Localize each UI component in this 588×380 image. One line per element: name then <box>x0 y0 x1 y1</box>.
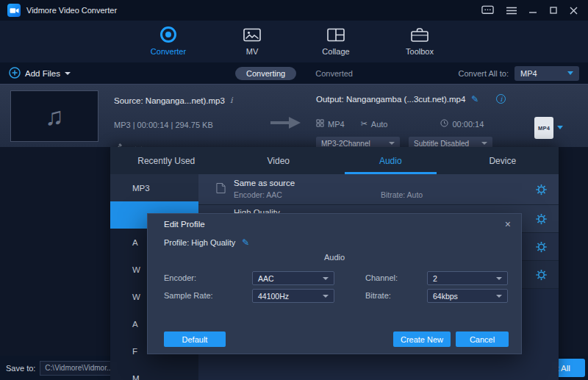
tab-audio[interactable]: Audio <box>334 147 447 174</box>
dialog-title: Edit Profile <box>164 220 205 229</box>
chevron-down-icon <box>323 277 329 280</box>
profile-panel-tabs: Recently Used Video Audio Device <box>110 147 559 174</box>
save-path-input[interactable]: C:\Vidmore\Vidmor... <box>40 361 116 376</box>
target-format-icon[interactable]: MP4 <box>534 117 553 139</box>
tab-video[interactable]: Video <box>223 147 335 174</box>
tab-collage[interactable]: Collage <box>312 26 360 62</box>
gear-icon[interactable] <box>536 241 547 252</box>
chevron-down-icon <box>496 295 502 298</box>
maximize-icon[interactable] <box>550 7 557 14</box>
save-to-label: Save to: <box>6 364 35 373</box>
gear-icon[interactable] <box>536 269 547 280</box>
tab-recently-used[interactable]: Recently Used <box>110 147 223 174</box>
titlebar-controls <box>481 5 581 16</box>
converting-tab[interactable]: Converting <box>235 67 296 80</box>
file-thumbnail: ♫ <box>10 90 98 142</box>
add-files-label: Add Files <box>25 69 60 78</box>
chevron-down-icon <box>496 277 502 280</box>
tab-mv-label: MV <box>246 47 259 56</box>
subtitle-value: Subtitle Disabled <box>414 140 469 148</box>
sample-rate-label: Sample Rate: <box>164 291 213 300</box>
collage-icon <box>327 26 345 43</box>
tab-device[interactable]: Device <box>447 147 559 174</box>
output-format: MP4 <box>328 120 345 129</box>
profile-encoder: Encoder: AAC <box>234 190 282 199</box>
toolbox-icon <box>411 26 429 43</box>
channel-value: 2 <box>433 274 437 283</box>
source-info-icon[interactable]: i <box>230 96 233 105</box>
chevron-down-icon <box>389 142 395 145</box>
tab-mv[interactable]: MV <box>228 26 276 62</box>
source-to-output-arrow-icon <box>269 115 303 133</box>
file-row: ♫ Source: Nanganga...net).mp3 i MP3 | 00… <box>0 84 588 147</box>
toolbar: Add Files Converting Converted Convert A… <box>0 62 588 84</box>
gear-icon[interactable] <box>536 184 547 195</box>
audio-track-value: MP3-2Channel <box>321 140 370 148</box>
sidebar-item[interactable]: M <box>110 365 198 380</box>
source-filename: Source: Nanganga...net).mp3 <box>114 96 225 105</box>
feedback-icon[interactable] <box>481 5 494 16</box>
close-icon[interactable] <box>570 7 578 15</box>
chevron-down-icon <box>567 71 573 75</box>
source-meta: MP3 | 00:00:14 | 294.75 KB <box>114 121 213 129</box>
profile-title: Same as source <box>234 179 295 187</box>
output-meta: MP4 ✂ Auto 00:00:14 <box>316 119 484 129</box>
edit-profile-name-icon[interactable]: ✎ <box>242 238 249 247</box>
tab-toolbox-label: Toolbox <box>406 47 434 56</box>
sample-rate-value: 44100Hz <box>258 292 289 301</box>
convert-all-format-select[interactable]: MP4 <box>514 66 579 81</box>
edit-profile-dialog: Edit Profile × Profile: High Quality ✎ A… <box>147 213 522 354</box>
bitrate-label: Bitrate: <box>365 291 391 300</box>
target-format-label: MP4 <box>538 125 550 132</box>
cancel-button[interactable]: Cancel <box>456 331 509 347</box>
output-trim: Auto <box>371 120 388 129</box>
queue-tabs: Converting Converted <box>235 67 353 80</box>
chevron-down-icon <box>481 142 487 145</box>
default-button[interactable]: Default <box>164 331 226 347</box>
titlebar: Vidmore Video Converter <box>0 0 588 21</box>
plus-circle-icon <box>9 67 21 80</box>
bitrate-select[interactable]: 64kbps <box>427 289 508 303</box>
tab-toolbox[interactable]: Toolbox <box>395 26 444 62</box>
encoder-label: Encoder: <box>164 273 196 282</box>
app-window: Vidmore Video Converter Converter <box>0 0 588 380</box>
minimize-icon[interactable] <box>529 7 537 14</box>
format-grid-icon <box>316 119 324 129</box>
profile-bitrate: Bitrate: Auto <box>381 190 423 199</box>
main-nav: Converter MV Collage Toolbox <box>0 21 588 62</box>
profile-name: Profile: High Quality <box>164 238 235 247</box>
converted-tab[interactable]: Converted <box>315 69 353 78</box>
channel-select[interactable]: 2 <box>427 271 508 285</box>
output-filename: Output: Nangangamba (...3cut.net).mp4 <box>316 95 465 104</box>
output-duration: 00:00:14 <box>452 120 484 129</box>
convert-all-to: Convert All to: MP4 <box>459 66 579 81</box>
sidebar-item-mp3[interactable]: MP3 <box>110 174 198 201</box>
converter-icon <box>160 26 176 43</box>
rename-output-icon[interactable]: ✎ <box>471 95 478 104</box>
app-logo-icon <box>7 4 21 17</box>
tab-collage-label: Collage <box>322 47 349 56</box>
music-note-icon: ♫ <box>45 104 64 129</box>
close-icon[interactable]: × <box>505 219 511 229</box>
convert-all-to-label: Convert All to: <box>459 69 509 78</box>
profile-row-same-as-source[interactable]: Same as source Encoder: AAC Bitrate: Aut… <box>198 174 559 205</box>
add-files-button[interactable]: Add Files <box>9 67 71 80</box>
scissors-icon: ✂ <box>361 119 368 129</box>
output-info-icon[interactable]: i <box>496 94 506 104</box>
profile-name-row: Profile: High Quality ✎ <box>164 238 249 247</box>
bitrate-value: 64kbps <box>433 292 458 301</box>
target-format-caret-icon[interactable] <box>557 126 563 129</box>
window-title: Vidmore Video Converter <box>26 6 117 15</box>
tab-converter[interactable]: Converter <box>144 26 193 62</box>
create-new-button[interactable]: Create New <box>393 331 451 347</box>
tab-converter-label: Converter <box>151 47 186 56</box>
source-info: Source: Nanganga...net).mp3 i <box>114 96 232 105</box>
output-info: Output: Nangangamba (...3cut.net).mp4 ✎ … <box>316 94 506 104</box>
file-icon <box>216 182 226 196</box>
gear-icon[interactable] <box>536 213 547 224</box>
menu-icon[interactable] <box>506 7 517 15</box>
mv-icon <box>243 26 261 43</box>
sample-rate-select[interactable]: 44100Hz <box>252 289 334 303</box>
chevron-down-icon <box>323 295 329 298</box>
encoder-select[interactable]: AAC <box>252 271 334 285</box>
